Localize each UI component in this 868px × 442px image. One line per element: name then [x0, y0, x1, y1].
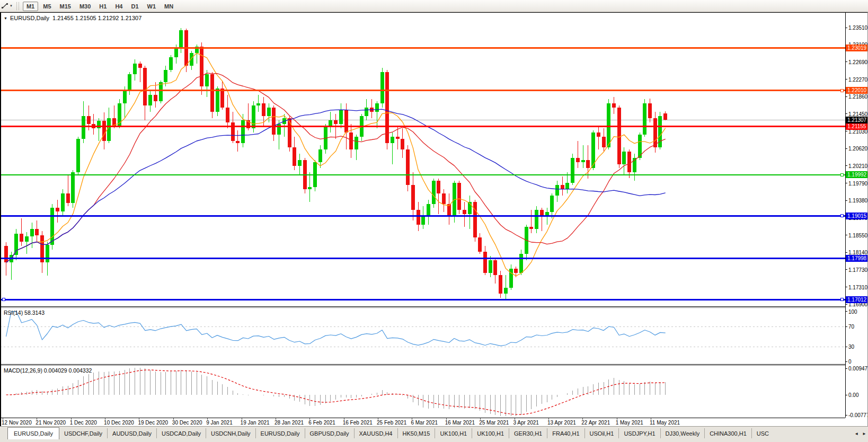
horizontal-level-line[interactable] [0, 258, 845, 259]
date-label: 21 Nov 2020 [36, 420, 66, 426]
line-handle[interactable] [840, 215, 843, 217]
rsi-tick-mark [846, 361, 847, 362]
date-label: 1 May 2021 [616, 420, 643, 426]
date-label: 12 Nov 2020 [2, 420, 32, 426]
price-tick-label: 1.21030 [848, 129, 867, 135]
symbol-tab-USDJPY-H1[interactable]: USDJPY,H1 [619, 428, 660, 438]
rsi-tick-label: 30 [848, 344, 854, 350]
symbol-tab-UK100-H1[interactable]: UK100,H1 [435, 428, 472, 438]
moving-average-7[interactable] [6, 53, 666, 276]
symbol-tab-GER30-H1[interactable]: GER30,H1 [509, 428, 547, 438]
line-handle[interactable] [840, 298, 843, 301]
macd-tick-label: 0.00 [848, 392, 858, 398]
line-handle[interactable] [840, 173, 843, 176]
panel-divider[interactable] [0, 306, 868, 307]
window-border [0, 12, 868, 13]
symbol-tab-GBPUSD-Daily[interactable]: GBPUSD,Daily [305, 428, 355, 438]
date-label: 3 Apr 2021 [513, 420, 539, 426]
symbol-tab-XAUUSD-H4[interactable]: XAUUSD,H4 [355, 428, 398, 438]
rsi-indicator-panel[interactable] [0, 308, 845, 364]
horizontal-level-line[interactable] [0, 174, 845, 175]
date-label: 19 Dec 2020 [138, 420, 168, 426]
macd-tick-mark [846, 415, 847, 416]
horizontal-level-line[interactable] [0, 215, 845, 217]
tab-scroll-right-icon[interactable]: ► [862, 431, 866, 436]
timeframe-button-MN[interactable]: MN [161, 2, 177, 11]
macd-tick-mark [846, 395, 847, 395]
chart-title: ▼EURUSD,Daily 1.21455 1.21505 1.21292 1.… [4, 15, 141, 21]
symbol-tab-EURUSD-Daily[interactable]: EURUSD,Daily [7, 427, 59, 439]
price-tick-label: 1.21860 [848, 94, 867, 100]
symbol-tab-USOil-H1[interactable]: USOil,H1 [585, 428, 619, 438]
tool-dropdown-caret-icon[interactable]: ▼ [10, 4, 13, 7]
symbol-tab-EURUSD-Daily[interactable]: EURUSD,Daily [256, 428, 305, 438]
date-label: 11 May 2021 [650, 420, 680, 426]
trendline-tool-icon [1, 2, 9, 10]
date-label: 19 Jan 2021 [241, 420, 270, 426]
price-tick-label: 1.18550 [848, 233, 867, 238]
timeframe-button-M15[interactable]: M15 [56, 2, 75, 11]
timeframe-button-H4[interactable]: H4 [111, 2, 126, 11]
macd-tick-label: -0.007778 [848, 412, 868, 418]
macd-indicator-panel[interactable] [0, 366, 845, 418]
price-tick-mark [846, 287, 847, 287]
price-tick-mark [846, 252, 847, 253]
symbol-tab-UK100-H1[interactable]: UK100,H1 [472, 428, 509, 438]
timeframe-button-M1[interactable]: M1 [23, 2, 38, 11]
macd-label: MACD(12,26,9) 0.004029 0.004332 [4, 367, 92, 374]
price-axis[interactable]: 1.235101.231001.226901.222701.218601.214… [846, 12, 868, 426]
timeframe-button-M30[interactable]: M30 [76, 2, 94, 11]
price-tick-label: 1.20620 [848, 146, 867, 152]
symbol-tab-CHINA300-H1[interactable]: CHINA300,H1 [705, 428, 752, 438]
price-tick-mark [846, 79, 847, 79]
tab-scroll-left-icon[interactable]: ◄ [854, 431, 858, 436]
price-tick-mark [846, 148, 847, 149]
date-axis[interactable]: 12 Nov 202021 Nov 20201 Dec 202010 Dec 2… [0, 418, 845, 427]
price-line-label: 1.17998 [846, 255, 868, 262]
price-tick-mark [846, 165, 847, 166]
timeframe-button-group: M1M5M15M30H1H4D1W1MN [22, 1, 178, 11]
price-tick-label: 1.22690 [848, 59, 867, 65]
trendline-tool-button[interactable]: ▼ [1, 2, 14, 10]
date-label: 13 Apr 2021 [547, 420, 576, 426]
date-label: 16 Feb 2021 [343, 420, 373, 426]
date-label: 28 Jan 2021 [274, 420, 304, 426]
timeframe-button-W1[interactable]: W1 [144, 2, 160, 11]
toolbar-grip-handle[interactable] [16, 2, 19, 10]
symbol-tab-USDCHF-Daily[interactable]: USDCHF,Daily [59, 428, 108, 438]
timeframe-button-M5[interactable]: M5 [39, 2, 55, 11]
moving-average-18[interactable] [6, 73, 666, 262]
horizontal-level-line[interactable] [0, 90, 845, 91]
date-label: 25 Mar 2021 [479, 420, 509, 426]
price-tick-mark [846, 131, 847, 131]
timeframe-button-D1[interactable]: D1 [127, 2, 142, 11]
date-label: 10 Dec 2020 [104, 420, 134, 426]
horizontal-level-line[interactable] [0, 47, 845, 49]
date-label: 22 Apr 2021 [581, 420, 610, 426]
symbol-tab-AUDUSD-Daily[interactable]: AUDUSD,Daily [108, 428, 157, 438]
price-tick-mark [846, 96, 847, 97]
symbol-tab-USDCNH-Daily[interactable]: USDCNH,Daily [206, 428, 256, 438]
line-handle[interactable] [840, 89, 843, 92]
symbol-tab-FRA40-H1[interactable]: FRA40,H1 [547, 428, 584, 438]
horizontal-level-line[interactable] [0, 126, 845, 127]
price-line-label: 1.19992 [846, 171, 868, 178]
rsi-line [6, 312, 666, 346]
symbol-tab-USDCAD-Daily[interactable]: USDCAD,Daily [157, 428, 206, 438]
macd-tick-label: 0.009478 [848, 366, 868, 372]
symbol-tab-HK50-M15[interactable]: HK50,M15 [398, 428, 436, 438]
price-tick-mark [846, 61, 847, 62]
price-tick-mark [846, 28, 847, 28]
chart-symbol-label: EURUSD,Daily [10, 15, 49, 21]
timeframe-button-H1[interactable]: H1 [95, 2, 110, 11]
panel-divider[interactable] [0, 364, 868, 365]
date-label: 16 Mar 2021 [445, 420, 475, 426]
symbol-tab-USC[interactable]: USC [752, 428, 774, 438]
price-tick-label: 1.22270 [848, 77, 867, 83]
symbol-dropdown-icon[interactable]: ▼ [4, 16, 7, 20]
line-handle[interactable] [2, 298, 5, 301]
horizontal-level-line[interactable] [0, 299, 845, 300]
macd-signal-line [6, 370, 666, 414]
symbol-tab-DJ30-Weekly[interactable]: DJ30,Weekly [661, 428, 705, 438]
candlestick-chart[interactable] [0, 13, 845, 306]
